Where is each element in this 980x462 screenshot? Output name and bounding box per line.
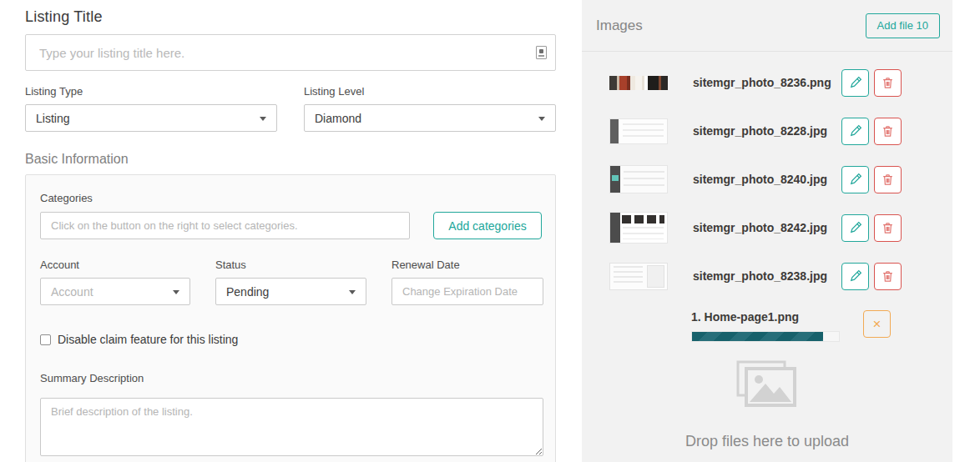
delete-image-button[interactable] (874, 69, 902, 97)
chevron-down-icon (173, 290, 179, 294)
page-title: Listing Title (25, 8, 556, 26)
chevron-down-icon (538, 117, 545, 121)
listing-title-input[interactable] (25, 34, 556, 71)
status-select[interactable]: Pending (215, 278, 366, 305)
upload-progress-bar (691, 331, 840, 342)
close-icon: × (873, 316, 881, 333)
delete-image-button[interactable] (874, 214, 902, 242)
image-filename: sitemgr_photo_8228.jpg (693, 124, 839, 138)
pencil-icon (848, 220, 863, 235)
account-label: Account (40, 259, 190, 271)
upload-in-progress-row: 1. Home-page1.png × (582, 310, 952, 342)
listing-type-value: Listing (36, 112, 69, 125)
image-file-list: sitemgr_photo_8236.png sitemgr_photo_822… (582, 52, 952, 300)
listing-type-label: Listing Type (25, 85, 277, 98)
edit-image-button[interactable] (841, 166, 869, 193)
image-thumbnail (609, 76, 668, 90)
summary-description-label: Summary Description (40, 372, 542, 384)
cancel-upload-button[interactable]: × (863, 310, 891, 338)
trash-icon (881, 76, 895, 90)
images-panel: Images Add file 10 sitemgr_photo_8236.pn… (582, 0, 952, 462)
dropzone-text: Drop files here to upload (582, 433, 952, 450)
listing-form: Listing Title Listing Type Listing Listi… (25, 8, 556, 462)
image-filename: sitemgr_photo_8242.jpg (693, 221, 839, 234)
image-filename: sitemgr_photo_8240.jpg (693, 173, 839, 186)
image-filename: sitemgr_photo_8238.jpg (693, 269, 839, 283)
image-file-row: sitemgr_photo_8240.jpg (609, 155, 952, 203)
status-label: Status (215, 259, 366, 271)
categories-label: Categories (40, 192, 93, 204)
uploading-filename: 1. Home-page1.png (691, 310, 840, 324)
autofill-icon (536, 46, 547, 59)
image-file-row: sitemgr_photo_8238.jpg (609, 252, 952, 300)
account-select[interactable]: Account (40, 278, 190, 305)
image-thumbnail (609, 263, 668, 290)
delete-image-button[interactable] (874, 166, 902, 193)
disable-claim-checkbox[interactable] (40, 334, 51, 345)
edit-image-button[interactable] (841, 263, 869, 290)
delete-image-button[interactable] (874, 118, 902, 145)
chevron-down-icon (349, 290, 356, 294)
categories-input[interactable] (40, 212, 410, 239)
add-file-button[interactable]: Add file 10 (866, 13, 940, 38)
trash-icon (881, 124, 895, 138)
basic-information-heading: Basic Information (25, 152, 556, 167)
pencil-icon (848, 75, 863, 90)
file-dropzone[interactable]: Drop files here to upload (582, 360, 952, 450)
image-thumbnail (609, 212, 668, 244)
pencil-icon (848, 269, 863, 284)
renewal-date-label: Renewal Date (391, 259, 543, 271)
disable-claim-checkbox-row[interactable]: Disable claim feature for this listing (40, 333, 542, 346)
image-file-row: sitemgr_photo_8236.png (609, 58, 952, 107)
upload-progress-fill (692, 332, 823, 341)
edit-image-button[interactable] (841, 118, 869, 145)
summary-description-textarea[interactable] (40, 398, 543, 456)
edit-image-button[interactable] (841, 69, 869, 97)
image-file-row: sitemgr_photo_8242.jpg (609, 203, 952, 252)
image-file-row: sitemgr_photo_8228.jpg (609, 107, 952, 155)
pencil-icon (848, 123, 863, 138)
edit-image-button[interactable] (841, 214, 869, 242)
delete-image-button[interactable] (874, 263, 902, 290)
trash-icon (881, 173, 895, 187)
image-placeholder-icon (736, 360, 798, 407)
account-placeholder: Account (51, 285, 93, 299)
add-categories-button[interactable]: Add categories (433, 212, 542, 239)
listing-title-field-wrap (25, 34, 556, 71)
trash-icon (881, 269, 895, 284)
listing-level-label: Listing Level (304, 85, 556, 98)
image-filename: sitemgr_photo_8236.png (693, 76, 839, 89)
images-panel-header: Images Add file 10 (582, 0, 952, 52)
pencil-icon (848, 172, 863, 187)
image-thumbnail (609, 165, 668, 193)
trash-icon (881, 221, 895, 235)
basic-information-panel: Categories Add categories Account Accoun… (25, 174, 556, 462)
renewal-date-input[interactable] (391, 278, 543, 305)
disable-claim-label: Disable claim feature for this listing (58, 333, 238, 346)
listing-level-value: Diamond (315, 112, 361, 125)
image-thumbnail (609, 118, 668, 144)
chevron-down-icon (260, 117, 266, 121)
listing-type-select[interactable]: Listing (25, 104, 277, 132)
images-heading: Images (596, 18, 643, 34)
listing-level-select[interactable]: Diamond (304, 104, 556, 132)
status-value: Pending (226, 285, 269, 299)
